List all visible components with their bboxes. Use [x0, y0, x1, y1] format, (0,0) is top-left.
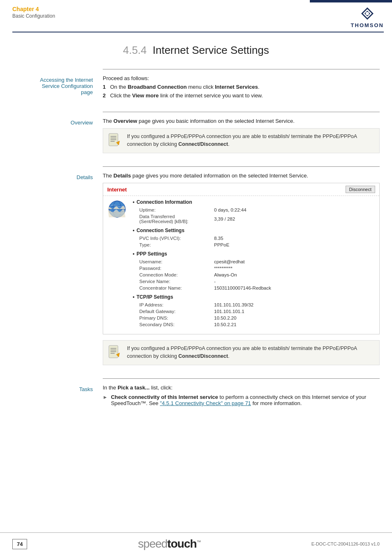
- thomson-logo-icon: [360, 6, 375, 21]
- footer-brand: speedtouch™: [138, 537, 201, 550]
- section-divider-4: [103, 378, 380, 379]
- header-blue-bar: [310, 0, 392, 2]
- details-intro: The Details page gives you more detailed…: [103, 173, 380, 179]
- internet-details-box: Internet Disconnect: [103, 183, 380, 334]
- internet-globe-icon: [107, 199, 128, 331]
- step-1: 1 On the Broadband Connection menu click…: [103, 84, 380, 90]
- section-divider-3: [103, 166, 380, 167]
- internet-box-header: Internet Disconnect: [103, 183, 379, 196]
- brand-normal: speed: [138, 537, 167, 550]
- section-details: Details The Details page gives you more …: [12, 173, 380, 374]
- accessing-content: Proceed as follows: 1 On the Broadband C…: [103, 75, 380, 108]
- disconnect-button[interactable]: Disconnect: [346, 186, 375, 193]
- conn-settings-title: Connection Settings: [133, 228, 375, 233]
- page-footer: 74 speedtouch™ E-DOC-CTC-20041126-0013 v…: [0, 532, 392, 555]
- section-divider-2: [103, 112, 380, 112]
- table-row: Uptime: 0 days, 0:22:44: [138, 207, 378, 213]
- brand-bold: touch: [167, 537, 196, 550]
- connectivity-check-link[interactable]: "4.5.1 Connectivity Check" on page 71: [160, 400, 251, 406]
- internet-box-body: Connection Information Uptime: 0 days, 0…: [103, 196, 379, 334]
- thomson-logo: THOMSON: [351, 6, 384, 28]
- tasks-intro: In the Pick a task... list, click:: [103, 385, 380, 391]
- chapter-info: Chapter 4 Basic Configuration: [12, 6, 55, 19]
- table-row: Type: PPPoE: [138, 242, 378, 248]
- table-row: Secondary DNS: 10.50.2.21: [138, 322, 378, 327]
- note-svg-icon: [108, 133, 121, 147]
- header-divider: [12, 32, 384, 32]
- overview-label: Overview: [12, 118, 103, 162]
- table-row: Password: **********: [138, 265, 378, 271]
- ppp-settings-table: Username: cpesit@redhat Password: ******…: [137, 258, 379, 292]
- overview-content: The Overview page gives you basic inform…: [103, 118, 380, 162]
- chapter-label: Chapter 4: [12, 6, 55, 12]
- details-note-text: If you configured a PPPoE/PPPoA connecti…: [127, 345, 374, 360]
- details-note: If you configured a PPPoE/PPPoA connecti…: [103, 340, 380, 365]
- step-2: 2 Click the View more link of the intern…: [103, 92, 380, 99]
- thomson-text: THOMSON: [351, 22, 384, 28]
- tasks-label: Tasks: [12, 385, 103, 416]
- task-item: ► Check connectivity of this Internet se…: [103, 394, 380, 406]
- task-arrow-icon: ►: [103, 394, 108, 400]
- overview-text: The Overview page gives you basic inform…: [103, 118, 380, 124]
- conn-settings-table: PVC Info (VPI.VCI): 8.35 Type: PPPoE: [137, 235, 379, 249]
- table-row: Primary DNS: 10.50.2.20: [138, 315, 378, 321]
- table-row: Data Transferred(Sent/Received) [kB/B]: …: [138, 214, 378, 224]
- tcpip-settings-table: IP Address: 101.101.101.39/32 Default Ga…: [137, 301, 379, 328]
- table-row: Username: cpesit@redhat: [138, 259, 378, 265]
- section-accessing: Accessing the Internet Service Configura…: [12, 75, 380, 108]
- tasks-list: ► Check connectivity of this Internet se…: [103, 394, 380, 406]
- tcpip-settings-title: TCP/IP Settings: [133, 294, 375, 300]
- section-divider-top: [103, 69, 380, 69]
- table-row: IP Address: 101.101.101.39/32: [138, 302, 378, 308]
- ppp-settings-title: PPP Settings: [133, 251, 375, 257]
- chapter-sub: Basic Configuration: [12, 13, 55, 19]
- note2-svg-icon: [108, 345, 121, 359]
- details-label: Details: [12, 173, 103, 374]
- details-content: The Details page gives you more detailed…: [103, 173, 380, 374]
- internet-title: Internet: [107, 187, 127, 193]
- conn-info-table: Uptime: 0 days, 0:22:44 Data Transferred…: [137, 206, 379, 225]
- conn-info-title: Connection Information: [133, 199, 375, 205]
- section-overview: Overview The Overview page gives you bas…: [12, 118, 380, 162]
- internet-details-table: Connection Information Uptime: 0 days, 0…: [133, 199, 375, 331]
- main-content: 4.5.4 Internet Service Settings Accessin…: [0, 44, 392, 428]
- accessing-label: Accessing the Internet Service Configura…: [12, 75, 103, 108]
- table-row: Service Name: -: [138, 279, 378, 284]
- overview-note: If you configured a PPPoE/PPPoA connecti…: [103, 128, 380, 153]
- table-row: PVC Info (VPI.VCI): 8.35: [138, 235, 378, 241]
- overview-note-text: If you configured a PPPoE/PPPoA connecti…: [127, 133, 374, 148]
- section-tasks: Tasks In the Pick a task... list, click:…: [12, 385, 380, 416]
- footer-doc-ref: E-DOC-CTC-20041126-0013 v1.0: [311, 541, 380, 546]
- page-header: Chapter 4 Basic Configuration THOMSON: [0, 0, 392, 28]
- brand-tm: ™: [196, 539, 201, 544]
- globe-svg: [107, 199, 127, 219]
- note-icon: [108, 133, 123, 149]
- page-number: 74: [12, 539, 27, 549]
- tasks-content: In the Pick a task... list, click: ► Che…: [103, 385, 380, 416]
- step-list: 1 On the Broadband Connection menu click…: [103, 84, 380, 99]
- note2-icon: [108, 345, 123, 361]
- svg-point-3: [366, 12, 369, 15]
- table-row: Default Gateway: 101.101.101.1: [138, 309, 378, 314]
- table-row: Concentrator Name: 15031100007146-Redbac…: [138, 285, 378, 291]
- page-title: 4.5.4 Internet Service Settings: [12, 44, 380, 57]
- table-row: Connection Mode: Always-On: [138, 272, 378, 278]
- accessing-intro: Proceed as follows:: [103, 75, 380, 81]
